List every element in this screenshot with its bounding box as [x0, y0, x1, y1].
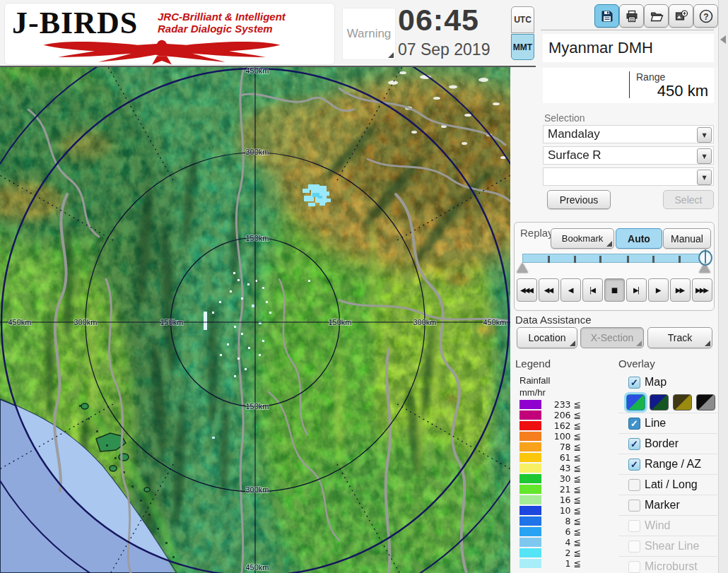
legend-row: 8 ≦ — [519, 516, 581, 526]
checkbox-map[interactable]: ✓ — [628, 377, 640, 389]
selection-label: Selection — [544, 112, 585, 124]
legend-threshold-value: 1 ≦ — [541, 558, 581, 569]
corner-expand-icon — [570, 341, 575, 346]
overlay-list: ✓Map✓Line✓Border✓Range / AZLati / LongMa… — [618, 372, 717, 573]
legend-color-swatch — [519, 453, 541, 462]
warning-button[interactable]: Warning — [342, 8, 396, 60]
print-button[interactable] — [619, 4, 644, 28]
checkbox-lati-long[interactable] — [628, 479, 640, 491]
checkbox-microburst[interactable] — [628, 561, 640, 573]
range-ring-label: 150km — [328, 318, 351, 326]
checkbox-line[interactable]: ✓ — [628, 418, 640, 430]
header-divider — [0, 66, 536, 67]
chevron-down-icon[interactable]: ▼ — [697, 148, 712, 164]
timeline-tick — [627, 256, 629, 263]
chevron-down-icon[interactable]: ▼ — [697, 127, 712, 143]
replay-timeline-thumb[interactable] — [698, 250, 712, 266]
save-icon — [600, 9, 614, 23]
clock-date: 07 Sep 2019 — [398, 40, 490, 59]
site-dropdown[interactable]: Mandalay ▼ — [543, 125, 714, 143]
forward-fast-button[interactable]: ▶▶ — [670, 278, 691, 302]
legend-threshold-value: 6 ≦ — [541, 526, 581, 537]
track-button[interactable]: Track — [647, 327, 712, 348]
auto-mode-button[interactable]: Auto — [616, 228, 662, 249]
rewind-fast-button[interactable]: ◀◀ — [539, 278, 559, 302]
overlay-item-label: Range / AZ — [645, 458, 701, 471]
corner-expand-icon — [388, 52, 394, 58]
legend-color-swatch — [519, 410, 541, 420]
corner-expand-icon — [606, 241, 612, 247]
radar-map[interactable]: 450km300km150km150km300km450km450km300km… — [0, 67, 510, 573]
stop-button[interactable]: ■ — [604, 278, 625, 302]
range-ring-label: 450km — [245, 67, 269, 75]
station-title: Myanmar DMH — [548, 39, 653, 57]
legend-row: 16 ≦ — [519, 495, 581, 505]
checkbox-border[interactable]: ✓ — [628, 438, 640, 450]
legend-threshold-value: 16 ≦ — [541, 495, 581, 505]
add-image-button[interactable] — [669, 4, 693, 28]
timezone-mmt-button[interactable]: MMT — [511, 34, 534, 60]
radar-map-viewport[interactable]: 450km300km150km150km300km450km450km300km… — [0, 67, 510, 573]
range-label: Range — [636, 71, 665, 83]
map-style-swatch[interactable] — [696, 394, 715, 410]
site-dropdown-value: Mandalay — [548, 127, 600, 141]
range-ring-label: 300km — [74, 318, 97, 326]
x-section-button[interactable]: X-Section — [580, 327, 644, 348]
bookmark-button-label: Bookmark — [562, 233, 604, 244]
product-dropdown[interactable]: Surface R ▼ — [543, 146, 714, 165]
checkbox-wind[interactable] — [628, 520, 640, 532]
open-folder-button[interactable] — [644, 4, 669, 28]
bookmark-button[interactable]: Bookmark — [551, 228, 614, 249]
checkbox-range-az[interactable]: ✓ — [628, 459, 640, 471]
product-dropdown-value: Surface R — [548, 148, 601, 163]
help-button[interactable]: ? — [693, 4, 718, 28]
location-button-label: Location — [529, 332, 566, 343]
legend-threshold-value: 162 ≦ — [541, 420, 581, 431]
legend-color-swatch — [519, 559, 541, 568]
play-reverse-button[interactable]: ◀ — [560, 278, 581, 302]
range-ring-label: 150km — [245, 234, 269, 242]
legend-color-swatch — [519, 400, 541, 409]
chevron-down-icon[interactable]: ▼ — [697, 170, 712, 185]
overlay-row: ✓Border — [618, 433, 717, 454]
step-forward-button[interactable]: ▶| — [626, 278, 647, 302]
overlay-row: Marker — [618, 495, 717, 515]
legend-row: 78 ≦ — [519, 442, 581, 452]
timezone-utc-button[interactable]: UTC — [511, 6, 534, 33]
data-assistance-label: Data Assistance — [515, 314, 592, 326]
legend-color-swatch — [519, 485, 541, 494]
track-button-label: Track — [668, 332, 692, 343]
extra-dropdown[interactable]: ▼ — [543, 167, 714, 186]
legend-color-swatch — [519, 442, 541, 451]
manual-mode-button[interactable]: Manual — [663, 228, 711, 249]
eagle-logo-icon — [13, 39, 310, 66]
checkbox-shear-line[interactable] — [628, 540, 640, 553]
overlay-row: ✓Range / AZ — [618, 454, 717, 474]
map-style-swatch[interactable] — [673, 394, 692, 410]
playback-controls: ◀◀◀◀◀◀|◀■▶|▶▶▶▶▶▶ — [517, 278, 712, 302]
select-button[interactable]: Select — [663, 190, 714, 209]
map-style-swatch[interactable] — [650, 394, 669, 410]
play-button[interactable]: ▶ — [648, 278, 669, 302]
range-ring-label: 150km — [245, 402, 269, 410]
forward-fastest-button[interactable]: ▶▶▶ — [692, 278, 712, 302]
x-section-button-label: X-Section — [591, 332, 634, 343]
save-button[interactable] — [594, 4, 619, 28]
overlay-row: Microburst — [618, 556, 717, 573]
legend-label: Legend — [515, 358, 551, 370]
rewind-fastest-button[interactable]: ◀◀◀ — [517, 278, 537, 302]
legend-threshold-value: 30 ≦ — [541, 473, 581, 484]
overlay-item-label: Wind — [645, 519, 670, 532]
checkbox-marker[interactable] — [628, 500, 640, 512]
map-style-swatch[interactable] — [626, 394, 645, 410]
step-back-button[interactable]: |◀ — [582, 278, 603, 302]
timeline-tick — [574, 256, 576, 263]
previous-button[interactable]: Previous — [547, 190, 611, 209]
legend-row: 206 ≦ — [519, 410, 581, 420]
location-button[interactable]: Location — [517, 327, 577, 348]
overlay-row: ✓Line — [618, 413, 717, 433]
legend-threshold-value: 43 ≦ — [541, 463, 581, 473]
help-icon: ? — [698, 8, 714, 24]
panel-collapse-icon[interactable] — [720, 35, 726, 44]
timeline-start-marker-icon[interactable] — [517, 263, 528, 273]
